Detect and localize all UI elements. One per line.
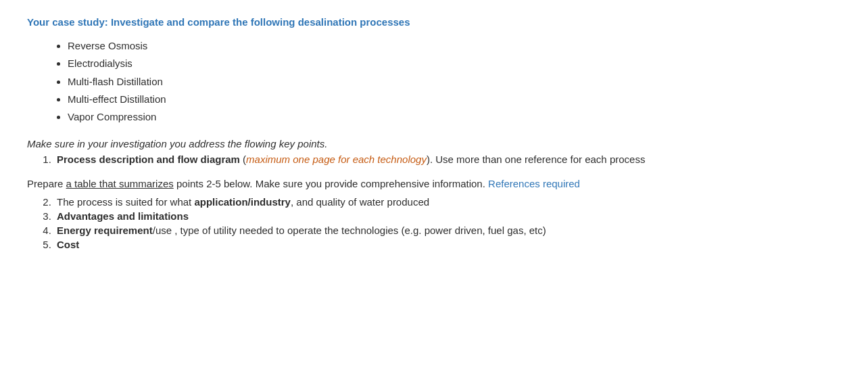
point1-paren-close: ). Use more than one reference for each … xyxy=(427,154,646,165)
point5-bold: Cost xyxy=(57,239,79,250)
list-item: Multi-flash Distillation xyxy=(68,73,841,91)
point-2: The process is suited for what applicati… xyxy=(54,196,841,208)
list-item: Vapor Compression xyxy=(68,108,841,126)
point-5: Cost xyxy=(54,239,841,250)
point4-suffix: /use , type of utility needed to operate… xyxy=(153,225,546,236)
list-item: Multi-effect Distillation xyxy=(68,91,841,108)
point2-suffix: , and quality of water produced xyxy=(291,196,429,208)
point2-bold: application/industry xyxy=(194,196,291,208)
prepare-underline: a table that summarizes xyxy=(66,178,174,189)
key-points-list: Process description and flow diagram (ma… xyxy=(27,154,841,165)
point-1: Process description and flow diagram (ma… xyxy=(54,154,841,165)
prepare-line: Prepare a table that summarizes points 2… xyxy=(27,176,841,192)
table-points-list: The process is suited for what applicati… xyxy=(27,196,841,250)
point4-bold: Energy requirement xyxy=(57,225,153,236)
process-list: Reverse Osmosis Electrodialysis Multi-fl… xyxy=(27,37,841,126)
point-4: Energy requirement/use , type of utility… xyxy=(54,225,841,236)
prepare-middle: points 2-5 below. Make sure you provide … xyxy=(174,178,488,189)
point-3: Advantages and limitations xyxy=(54,210,841,222)
prepare-prefix: Prepare xyxy=(27,178,66,189)
italic-instruction: Make sure in your investigation you addr… xyxy=(27,138,841,149)
list-item: Electrodialysis xyxy=(68,55,841,72)
case-study-title: Your case study: Investigate and compare… xyxy=(27,16,841,28)
point2-prefix: The process is suited for what xyxy=(57,196,194,208)
list-item: Reverse Osmosis xyxy=(68,37,841,55)
references-required: References required xyxy=(488,178,580,189)
point1-italic: maximum one page for each technology xyxy=(246,154,427,165)
page-container: Your case study: Investigate and compare… xyxy=(27,16,841,250)
point3-bold: Advantages and limitations xyxy=(57,210,189,222)
point1-bold: Process description and flow diagram xyxy=(57,154,240,165)
